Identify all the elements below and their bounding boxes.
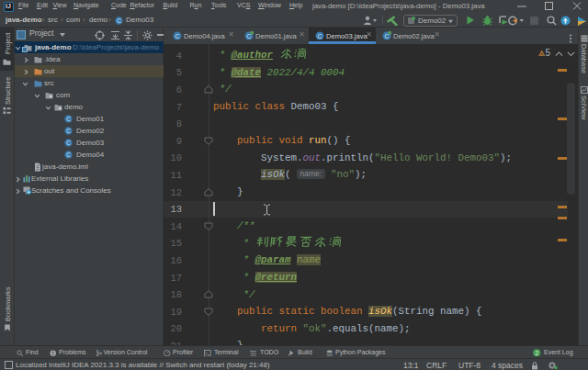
svg-text:C: C: [175, 33, 180, 39]
svg-text:C: C: [66, 128, 71, 134]
svg-text:C: C: [66, 116, 71, 122]
svg-text:C: C: [66, 151, 71, 158]
svg-text:2: 2: [535, 350, 538, 356]
svg-text:C: C: [66, 140, 71, 146]
svg-text:C: C: [318, 33, 322, 39]
svg-text:A: A: [539, 51, 543, 57]
svg-text:C: C: [117, 17, 121, 23]
